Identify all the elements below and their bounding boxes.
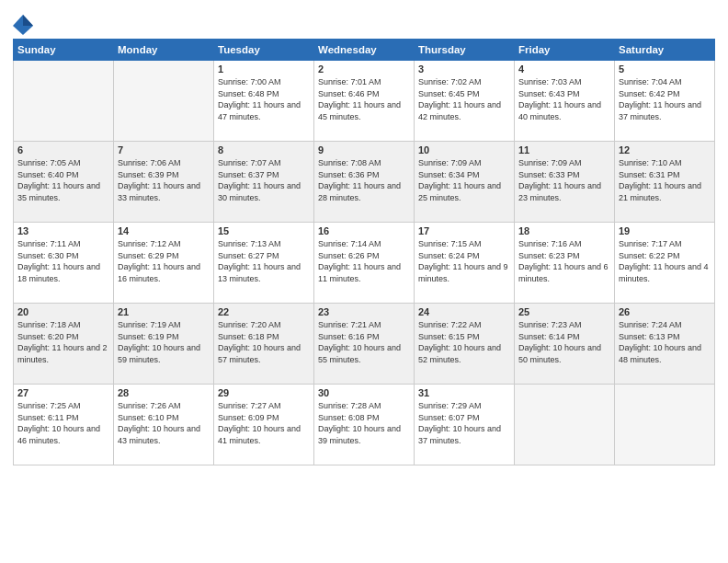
calendar-cell: 27Sunrise: 7:25 AM Sunset: 6:11 PM Dayli… [14,385,114,465]
day-number: 13 [17,225,109,236]
calendar-cell: 19Sunrise: 7:17 AM Sunset: 6:22 PM Dayli… [615,223,715,304]
day-number: 4 [518,63,610,75]
calendar-cell: 11Sunrise: 7:09 AM Sunset: 6:33 PM Dayli… [515,142,615,223]
day-number: 3 [418,63,510,75]
cell-info: Sunrise: 7:07 AM Sunset: 6:37 PM Dayligh… [218,157,310,203]
calendar-cell: 17Sunrise: 7:15 AM Sunset: 6:24 PM Dayli… [415,223,515,304]
day-number: 21 [118,306,210,317]
cell-info: Sunrise: 7:09 AM Sunset: 6:33 PM Dayligh… [518,157,610,203]
day-number: 28 [118,387,210,398]
logo [13,13,32,33]
cell-info: Sunrise: 7:03 AM Sunset: 6:43 PM Dayligh… [518,76,610,122]
cell-info: Sunrise: 7:01 AM Sunset: 6:46 PM Dayligh… [318,76,410,122]
cell-info: Sunrise: 7:11 AM Sunset: 6:30 PM Dayligh… [17,238,109,284]
cell-info: Sunrise: 7:21 AM Sunset: 6:16 PM Dayligh… [318,319,410,365]
calendar-week-1: 1Sunrise: 7:00 AM Sunset: 6:48 PM Daylig… [14,61,715,142]
day-number: 24 [418,306,510,317]
cell-info: Sunrise: 7:18 AM Sunset: 6:20 PM Dayligh… [17,319,109,365]
calendar-week-5: 27Sunrise: 7:25 AM Sunset: 6:11 PM Dayli… [14,385,715,465]
calendar-cell: 22Sunrise: 7:20 AM Sunset: 6:18 PM Dayli… [214,304,314,385]
cell-info: Sunrise: 7:20 AM Sunset: 6:18 PM Dayligh… [218,319,310,365]
calendar-cell [615,385,715,465]
cell-info: Sunrise: 7:29 AM Sunset: 6:07 PM Dayligh… [418,400,510,446]
cell-info: Sunrise: 7:15 AM Sunset: 6:24 PM Dayligh… [418,238,510,284]
day-number: 12 [619,144,711,155]
cell-info: Sunrise: 7:02 AM Sunset: 6:45 PM Dayligh… [418,76,510,122]
day-number: 20 [17,306,109,317]
col-header-monday: Monday [114,40,214,61]
cell-info: Sunrise: 7:14 AM Sunset: 6:26 PM Dayligh… [318,238,410,284]
cell-info: Sunrise: 7:17 AM Sunset: 6:22 PM Dayligh… [619,238,711,284]
day-number: 1 [218,63,310,75]
calendar-cell [515,385,615,465]
cell-info: Sunrise: 7:25 AM Sunset: 6:11 PM Dayligh… [17,400,109,446]
calendar-cell: 3Sunrise: 7:02 AM Sunset: 6:45 PM Daylig… [415,61,515,142]
calendar-cell: 23Sunrise: 7:21 AM Sunset: 6:16 PM Dayli… [314,304,415,385]
day-number: 31 [418,387,510,398]
cell-info: Sunrise: 7:09 AM Sunset: 6:34 PM Dayligh… [418,157,510,203]
cell-info: Sunrise: 7:00 AM Sunset: 6:48 PM Dayligh… [218,76,310,122]
day-number: 14 [118,225,210,236]
cell-info: Sunrise: 7:05 AM Sunset: 6:40 PM Dayligh… [17,157,109,203]
calendar-cell: 6Sunrise: 7:05 AM Sunset: 6:40 PM Daylig… [14,142,114,223]
calendar-cell: 20Sunrise: 7:18 AM Sunset: 6:20 PM Dayli… [14,304,114,385]
logo-icon [13,13,29,33]
col-header-thursday: Thursday [415,40,515,61]
calendar-cell [14,61,114,142]
calendar-cell: 10Sunrise: 7:09 AM Sunset: 6:34 PM Dayli… [415,142,515,223]
calendar-cell: 8Sunrise: 7:07 AM Sunset: 6:37 PM Daylig… [214,142,314,223]
day-number: 2 [318,63,410,75]
cell-info: Sunrise: 7:04 AM Sunset: 6:42 PM Dayligh… [619,76,711,122]
calendar-cell: 24Sunrise: 7:22 AM Sunset: 6:15 PM Dayli… [415,304,515,385]
day-number: 8 [218,144,310,155]
day-number: 5 [619,63,711,75]
header-row: SundayMondayTuesdayWednesdayThursdayFrid… [14,40,715,61]
calendar-cell: 13Sunrise: 7:11 AM Sunset: 6:30 PM Dayli… [14,223,114,304]
svg-marker-1 [23,15,33,26]
header [13,9,715,33]
day-number: 23 [318,306,410,317]
calendar-cell: 28Sunrise: 7:26 AM Sunset: 6:10 PM Dayli… [114,385,214,465]
day-number: 15 [218,225,310,236]
cell-info: Sunrise: 7:10 AM Sunset: 6:31 PM Dayligh… [619,157,711,203]
cell-info: Sunrise: 7:08 AM Sunset: 6:36 PM Dayligh… [318,157,410,203]
cell-info: Sunrise: 7:24 AM Sunset: 6:13 PM Dayligh… [619,319,711,365]
calendar-cell: 1Sunrise: 7:00 AM Sunset: 6:48 PM Daylig… [214,61,314,142]
cell-info: Sunrise: 7:26 AM Sunset: 6:10 PM Dayligh… [118,400,210,446]
cell-info: Sunrise: 7:12 AM Sunset: 6:29 PM Dayligh… [118,238,210,284]
calendar-cell: 21Sunrise: 7:19 AM Sunset: 6:19 PM Dayli… [114,304,214,385]
cell-info: Sunrise: 7:28 AM Sunset: 6:08 PM Dayligh… [318,400,410,446]
day-number: 9 [318,144,410,155]
calendar-cell: 2Sunrise: 7:01 AM Sunset: 6:46 PM Daylig… [314,61,415,142]
col-header-wednesday: Wednesday [314,40,415,61]
calendar-cell: 4Sunrise: 7:03 AM Sunset: 6:43 PM Daylig… [515,61,615,142]
calendar-cell [114,61,214,142]
calendar-cell: 29Sunrise: 7:27 AM Sunset: 6:09 PM Dayli… [214,385,314,465]
day-number: 16 [318,225,410,236]
calendar-cell: 26Sunrise: 7:24 AM Sunset: 6:13 PM Dayli… [615,304,715,385]
day-number: 29 [218,387,310,398]
calendar-cell: 25Sunrise: 7:23 AM Sunset: 6:14 PM Dayli… [515,304,615,385]
calendar-week-4: 20Sunrise: 7:18 AM Sunset: 6:20 PM Dayli… [14,304,715,385]
day-number: 17 [418,225,510,236]
cell-info: Sunrise: 7:13 AM Sunset: 6:27 PM Dayligh… [218,238,310,284]
cell-info: Sunrise: 7:22 AM Sunset: 6:15 PM Dayligh… [418,319,510,365]
calendar-cell: 31Sunrise: 7:29 AM Sunset: 6:07 PM Dayli… [415,385,515,465]
calendar-cell: 30Sunrise: 7:28 AM Sunset: 6:08 PM Dayli… [314,385,415,465]
col-header-saturday: Saturday [615,40,715,61]
cell-info: Sunrise: 7:23 AM Sunset: 6:14 PM Dayligh… [518,319,610,365]
calendar-cell: 5Sunrise: 7:04 AM Sunset: 6:42 PM Daylig… [615,61,715,142]
calendar-week-3: 13Sunrise: 7:11 AM Sunset: 6:30 PM Dayli… [14,223,715,304]
day-number: 30 [318,387,410,398]
calendar-cell: 9Sunrise: 7:08 AM Sunset: 6:36 PM Daylig… [314,142,415,223]
day-number: 25 [518,306,610,317]
col-header-friday: Friday [515,40,615,61]
day-number: 22 [218,306,310,317]
day-number: 19 [619,225,711,236]
day-number: 27 [17,387,109,398]
calendar-page: SundayMondayTuesdayWednesdayThursdayFrid… [0,0,728,563]
day-number: 6 [17,144,109,155]
calendar-cell: 14Sunrise: 7:12 AM Sunset: 6:29 PM Dayli… [114,223,214,304]
day-number: 7 [118,144,210,155]
day-number: 11 [518,144,610,155]
